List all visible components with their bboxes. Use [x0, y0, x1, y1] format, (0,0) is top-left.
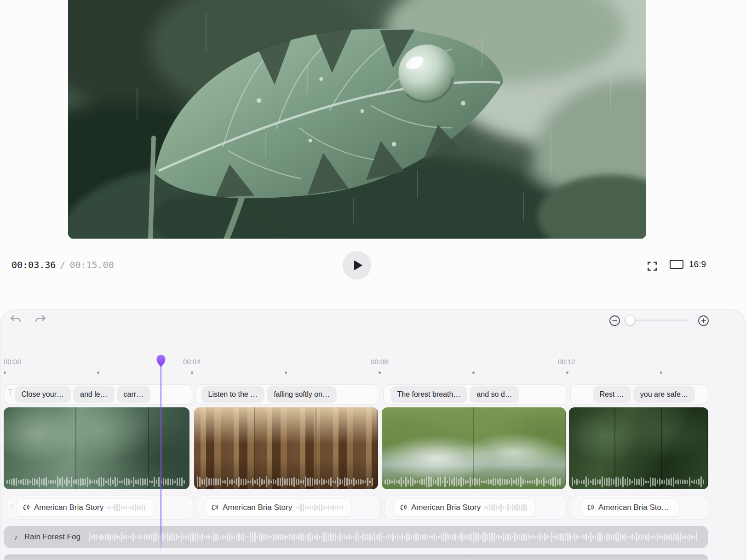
- clipped-track[interactable]: [4, 554, 708, 560]
- caption-chip[interactable]: The forest breath…: [390, 386, 468, 403]
- fullscreen-icon: [646, 260, 658, 272]
- ruler-tick-dot: [191, 371, 193, 374]
- caption-chip[interactable]: Close your…: [15, 386, 71, 403]
- time-display: 00:03.36 / 00:15.00: [11, 259, 114, 270]
- current-time: 00:03.36: [11, 259, 56, 270]
- voice-clip[interactable]: American Bria Story: [393, 498, 536, 517]
- voice-waveform: [484, 502, 530, 513]
- total-time: 00:15.00: [69, 259, 114, 270]
- aspect-ratio-label: 16:9: [689, 259, 706, 269]
- ruler-tick-dot: [4, 371, 6, 374]
- ruler-label: 00:04: [183, 358, 201, 366]
- rainforest-scene-illustration: [68, 0, 646, 239]
- timeline-zoom-slider[interactable]: [625, 319, 689, 322]
- voice-waveform: [296, 502, 346, 513]
- voice-waveform: [107, 502, 148, 513]
- caption-chip[interactable]: carr…: [117, 386, 151, 403]
- voice-icon: [211, 504, 219, 511]
- caption-track-icon: T: [8, 389, 12, 397]
- ruler-tick-dot: [660, 371, 662, 374]
- caption-group: Listen to the … falling softly on…: [195, 384, 379, 405]
- caption-group: The forest breath… and so d…: [383, 384, 567, 405]
- fullscreen-button[interactable]: [646, 260, 658, 272]
- voice-waveform: [673, 502, 673, 513]
- zoom-out-button[interactable]: [609, 315, 620, 328]
- ruler-label: 00:00: [4, 358, 21, 366]
- video-clip[interactable]: [194, 407, 378, 489]
- video-preview[interactable]: [68, 0, 646, 239]
- clip-audio-waveform: [197, 476, 375, 488]
- section-divider: [0, 289, 746, 289]
- zoom-in-icon: [698, 315, 709, 326]
- playhead-pin[interactable]: [156, 354, 166, 368]
- clip-audio-waveform: [384, 476, 563, 488]
- music-clip-label: Rain Forest Fog: [24, 532, 80, 542]
- time-ruler[interactable]: 00:00 00:04 00:08 00:12: [0, 354, 746, 379]
- video-clip[interactable]: [4, 407, 189, 489]
- time-separator: /: [60, 259, 65, 270]
- caption-chip[interactable]: and le…: [73, 386, 115, 403]
- ruler-tick-dot: [566, 371, 568, 374]
- undo-icon: [9, 314, 22, 326]
- clip-audio-waveform: [572, 476, 706, 488]
- caption-chip[interactable]: Rest …: [593, 386, 631, 403]
- voice-icon: [586, 504, 595, 511]
- ruler-label: 00:12: [558, 358, 575, 366]
- caption-group: Rest … you are safe…: [570, 384, 708, 405]
- music-waveform: [89, 530, 698, 544]
- ruler-tick-dot: [285, 371, 287, 374]
- voice-clip[interactable]: American Bria Sto…: [580, 498, 679, 517]
- play-icon: [354, 260, 362, 270]
- play-button[interactable]: [343, 251, 371, 280]
- music-clip[interactable]: ♪ Rain Forest Fog: [4, 526, 708, 548]
- caption-chip[interactable]: and so d…: [470, 386, 519, 403]
- redo-icon: [34, 314, 47, 326]
- video-editor-app: 00:03.36 / 00:15.00 16:9: [0, 0, 746, 560]
- zoom-in-button[interactable]: [698, 315, 709, 328]
- zoom-slider-knob[interactable]: [625, 316, 635, 325]
- playhead-line: [161, 366, 161, 554]
- voice-clip[interactable]: American Bria Story: [205, 498, 352, 517]
- video-clip[interactable]: [382, 407, 566, 489]
- transport-bar: 00:03.36 / 00:15.00 16:9: [0, 246, 746, 285]
- voice-clip-label: American Bria Sto…: [598, 503, 669, 512]
- voice-clip[interactable]: American Bria Story: [16, 498, 154, 517]
- caption-group: Close your… and le… carr…: [5, 384, 192, 405]
- clip-audio-waveform: [6, 476, 187, 488]
- undo-button[interactable]: [9, 314, 22, 327]
- aspect-ratio-icon: [670, 260, 683, 269]
- video-clip[interactable]: [569, 407, 708, 489]
- ruler-tick-dot: [379, 371, 381, 374]
- caption-chip[interactable]: falling softly on…: [267, 386, 337, 403]
- voice-clip-label: American Bria Story: [223, 503, 292, 512]
- aspect-ratio-control[interactable]: 16:9: [670, 259, 706, 269]
- ruler-tick-dot: [472, 371, 475, 374]
- voice-icon: [22, 504, 30, 511]
- ruler-label: 00:08: [371, 358, 388, 366]
- ruler-tick-dot: [97, 371, 99, 374]
- voice-clip-label: American Bria Story: [34, 503, 103, 512]
- voice-clip-label: American Bria Story: [411, 503, 481, 512]
- caption-chip[interactable]: Listen to the …: [201, 386, 265, 403]
- caption-chip[interactable]: you are safe…: [633, 386, 695, 403]
- redo-button[interactable]: [34, 314, 47, 327]
- music-note-icon: ♪: [14, 532, 18, 542]
- voice-icon: [399, 504, 407, 511]
- zoom-out-icon: [609, 315, 620, 326]
